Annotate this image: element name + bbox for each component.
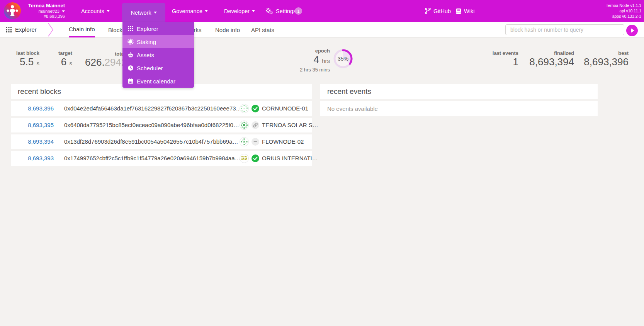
block-search-input[interactable] [505, 24, 624, 35]
search-submit-button[interactable] [626, 25, 638, 36]
chain-name: Ternoa Mainnet [22, 3, 65, 9]
stat-best: best 8,693,396 [584, 50, 629, 67]
network-menu-item-label: Explorer [137, 25, 158, 32]
settings-badge: 1 [295, 7, 302, 15]
stat-value: 5.5 [20, 56, 34, 68]
stat-value: 626. [85, 56, 105, 68]
stat-label: target [58, 50, 72, 56]
block-hash: 0x13df28d76903d26df8e591bc0054a50426557c… [64, 138, 238, 145]
chain-selector[interactable]: Ternoa Mainnet mainnet/23 #8,693,396 [22, 3, 65, 19]
network-menu-item-assets[interactable]: Assets [122, 48, 194, 61]
ternoa-logo[interactable] [4, 2, 21, 19]
stat-value: 1 [493, 56, 518, 67]
apps-version: apps v0.133.2-3 [606, 14, 641, 19]
code-branch-icon [425, 8, 431, 14]
link-icon [251, 121, 259, 131]
menu-governance-label: Governance [172, 8, 202, 14]
breadcrumb-section[interactable]: Explorer [15, 26, 37, 33]
menu-settings[interactable]: Settings [265, 0, 296, 22]
stat-unit: hrs [322, 58, 330, 64]
stat-label: epoch [300, 48, 330, 54]
chevron-down-icon [107, 10, 110, 12]
block-hash: 0x174997652cbff2c5c1ffb9c1f54779a26e020a… [64, 155, 241, 161]
version-info: Ternoa Node v1.1.1 api v10.11.1 apps v0.… [606, 3, 641, 19]
stat-last-events: last events 1 [493, 50, 518, 67]
network-menu-item-event-calendar[interactable]: Event calendar [122, 75, 194, 88]
recent-events-header: recent events [320, 84, 598, 99]
tab-label: Node info [215, 27, 240, 33]
block-number-link[interactable]: 8,693,395 [18, 122, 54, 128]
chevron-down-icon [252, 10, 255, 12]
breadcrumb-chevron-icon [48, 23, 54, 38]
block-author[interactable]: TERNOA SOLAR S… [262, 122, 318, 128]
stat-finalized: finalized 8,693,394 [529, 50, 574, 67]
tab-api-stats[interactable]: API stats [251, 22, 274, 37]
stat-value: 6 [61, 56, 66, 68]
block-row: 8,693,395 0x6408da7795215bc85ecf0eceac09… [11, 118, 312, 132]
block-row: 8,693,393 0x174997652cbff2c5c1ffb9c1f547… [11, 151, 312, 166]
block-author[interactable]: CORNUNODE-01 [262, 105, 308, 112]
validator-identicon [240, 137, 249, 148]
menu-accounts[interactable]: Accounts [81, 0, 110, 22]
block-hash: 0xd04e2ed4fa56463da1ef76316229827f620367… [64, 105, 242, 112]
panel-title: recent blocks [18, 87, 61, 96]
node-version: Ternoa Node v1.1.1 [606, 3, 641, 8]
block-number-link[interactable]: 8,693,396 [18, 105, 54, 112]
network-menu-item-staking[interactable]: Staking [122, 35, 194, 48]
tab-label: API stats [251, 27, 274, 33]
tab-node-info[interactable]: Node info [215, 22, 240, 37]
network-menu-item-explorer[interactable]: Explorer [122, 22, 194, 35]
epoch-elapsed: 2 hrs 35 mins [300, 67, 330, 73]
recent-events-panel: recent events No events available [320, 84, 598, 116]
chevron-down-icon [62, 10, 65, 12]
network-menu-item-label: Assets [137, 52, 154, 58]
stat-value: 4 [313, 54, 319, 65]
network-menu-item-scheduler[interactable]: Scheduler [122, 61, 194, 75]
stat-label: best [584, 50, 629, 56]
stat-unit: s [70, 60, 73, 66]
network-dropdown-menu: Explorer Staking Assets Scheduler [122, 22, 194, 88]
block-number-link[interactable]: 8,693,393 [18, 155, 54, 161]
block-row: 8,693,396 0xd04e2ed4fa56463da1ef76316229… [11, 101, 312, 116]
wiki-link[interactable]: Wiki [456, 0, 474, 22]
block-author[interactable]: ORIUS INTERNATI… [262, 155, 318, 161]
menu-governance[interactable]: Governance [172, 0, 208, 22]
stat-unit: s [37, 60, 40, 66]
stat-label: finalized [529, 50, 574, 56]
menu-developer[interactable]: Developer [224, 0, 255, 22]
block-row: 8,693,394 0x13df28d76903d26df8e591bc0054… [11, 134, 312, 149]
play-icon [631, 28, 634, 33]
recent-blocks-panel: recent blocks 8,693,396 0xd04e2ed4fa5646… [11, 84, 312, 166]
stat-value: 8,693,396 [584, 56, 629, 67]
validator-identicon [240, 121, 249, 131]
menu-network-label: Network [131, 10, 151, 16]
no-events-message: No events available [320, 101, 598, 116]
menu-settings-label: Settings [276, 8, 296, 14]
runtime-version: mainnet/23 [39, 9, 59, 14]
basket-icon [127, 52, 137, 58]
menu-accounts-label: Accounts [81, 8, 104, 14]
github-label: GitHub [433, 8, 451, 14]
epoch-progress-ring: 35% [333, 49, 353, 69]
menu-network[interactable]: Network [122, 3, 165, 22]
network-menu-item-label: Event calendar [137, 78, 175, 85]
stat-last-block: last block 5.5 s [16, 50, 39, 69]
block-hash: 0x6408da7795215bc85ecf0eceac09a090abe496… [64, 122, 239, 128]
panel-title: recent events [327, 87, 371, 96]
chevron-down-icon [205, 10, 208, 12]
tab-label: Chain info [69, 26, 95, 32]
tab-chain-info[interactable]: Chain info [69, 22, 95, 37]
best-block-tag: #8,693,396 [22, 14, 65, 19]
github-link[interactable]: GitHub [425, 0, 451, 22]
gears-icon [265, 8, 273, 15]
stat-value: 8,693,394 [529, 56, 574, 67]
stat-label: last events [493, 50, 518, 56]
block-author[interactable]: FLOWNODE-02 [262, 138, 304, 145]
book-icon [456, 8, 461, 14]
block-number-link[interactable]: 8,693,394 [18, 138, 54, 145]
check-icon [251, 155, 259, 164]
network-menu-item-label: Scheduler [137, 65, 163, 71]
menu-developer-label: Developer [224, 8, 250, 14]
network-menu-item-label: Staking [137, 39, 156, 45]
stat-epoch: epoch 4 hrs 2 hrs 35 mins [300, 48, 330, 73]
